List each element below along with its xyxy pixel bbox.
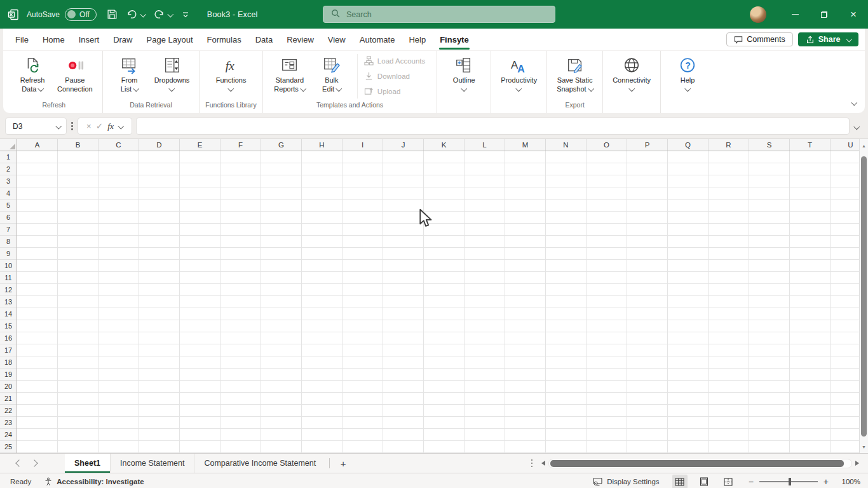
column-header-r[interactable]: R [709, 139, 749, 151]
column-header-d[interactable]: D [139, 139, 180, 151]
save-button[interactable] [107, 9, 118, 20]
column-header-c[interactable]: C [98, 139, 139, 151]
cancel-icon[interactable]: × [86, 121, 92, 131]
row-header-15[interactable]: 15 [0, 320, 17, 332]
column-header-g[interactable]: G [261, 139, 302, 151]
user-avatar[interactable] [750, 6, 766, 23]
tab-data[interactable]: Data [248, 29, 280, 50]
row-header-2[interactable]: 2 [0, 163, 17, 175]
tab-automate[interactable]: Automate [353, 29, 402, 50]
column-header-f[interactable]: F [220, 139, 261, 151]
scroll-left-icon[interactable] [541, 461, 545, 466]
row-header-18[interactable]: 18 [0, 356, 17, 369]
search-box[interactable]: Search [323, 6, 555, 23]
column-header-i[interactable]: I [342, 139, 383, 151]
scroll-down-icon[interactable]: ▼ [860, 442, 868, 452]
column-header-n[interactable]: N [546, 139, 587, 151]
tab-draw[interactable]: Draw [106, 29, 139, 50]
from-list-button[interactable]: FromList [109, 54, 150, 95]
next-sheet-icon[interactable] [31, 459, 37, 466]
save-static-snapshot-button[interactable]: Save StaticSnapshot [553, 54, 596, 95]
column-header-k[interactable]: K [424, 139, 465, 151]
column-header-s[interactable]: S [749, 139, 790, 151]
row-header-11[interactable]: 11 [0, 272, 17, 284]
redo-button[interactable] [154, 9, 173, 20]
row-header-1[interactable]: 1 [0, 151, 17, 163]
outline-button[interactable]: Outline [444, 54, 484, 95]
tab-insert[interactable]: Insert [72, 29, 107, 50]
page-break-view-button[interactable] [721, 475, 736, 488]
column-header-m[interactable]: M [505, 139, 546, 151]
tab-finsyte[interactable]: Finsyte [433, 29, 476, 50]
tab-review[interactable]: Review [280, 29, 321, 50]
sheet-tab-sheet1[interactable]: Sheet1 [65, 454, 110, 473]
minimize-button[interactable] [780, 0, 810, 29]
page-layout-view-button[interactable] [696, 475, 712, 488]
column-header-o[interactable]: O [587, 139, 627, 151]
formula-bar-expand-icon[interactable] [855, 121, 859, 132]
horizontal-scrollbar[interactable] [541, 459, 859, 468]
column-header-q[interactable]: Q [668, 139, 709, 151]
functions-button[interactable]: fxFunctions [211, 54, 252, 95]
comments-button[interactable]: Comments [726, 32, 792, 46]
row-header-20[interactable]: 20 [0, 381, 17, 393]
tab-page-layout[interactable]: Page Layout [140, 29, 200, 50]
load-accounts-button[interactable]: Load Accounts [364, 54, 425, 68]
normal-view-button[interactable] [672, 475, 688, 488]
row-header-25[interactable]: 25 [0, 441, 17, 453]
display-settings-button[interactable]: Display Settings [593, 477, 659, 486]
previous-sheet-icon[interactable] [15, 459, 22, 466]
bulk-edit-button[interactable]: BulkEdit [311, 54, 352, 95]
column-header-h[interactable]: H [302, 139, 342, 151]
restore-button[interactable] [810, 0, 839, 29]
vertical-scrollbar[interactable]: ▲ ▼ [859, 139, 868, 453]
horizontal-scrollbar-thumb[interactable] [550, 460, 844, 467]
row-header-23[interactable]: 23 [0, 417, 17, 429]
column-header-j[interactable]: J [383, 139, 424, 151]
row-header-24[interactable]: 24 [0, 429, 17, 441]
scroll-right-icon[interactable] [855, 461, 859, 466]
help-button[interactable]: ?Help [667, 54, 708, 95]
column-header-l[interactable]: L [465, 139, 505, 151]
new-sheet-button[interactable]: + [334, 454, 353, 473]
productivity-button[interactable]: AAProductivity [498, 54, 540, 95]
column-header-b[interactable]: B [58, 139, 98, 151]
customize-quick-access-button[interactable] [182, 11, 189, 18]
vertical-scrollbar-thumb[interactable] [861, 156, 867, 437]
row-header-8[interactable]: 8 [0, 236, 17, 248]
tab-formulas[interactable]: Formulas [200, 29, 248, 50]
column-header-a[interactable]: A [17, 139, 58, 151]
cells-area[interactable] [17, 151, 859, 453]
dropdowns-button[interactable]: Dropdowns [151, 54, 193, 95]
row-header-3[interactable]: 3 [0, 175, 17, 187]
row-header-12[interactable]: 12 [0, 284, 17, 296]
scroll-up-icon[interactable]: ▲ [860, 140, 868, 151]
standard-reports-button[interactable]: StandardReports [269, 54, 310, 95]
row-header-16[interactable]: 16 [0, 332, 17, 344]
sheet-tab-comparative-income-statement[interactable]: Comparative Income Statement [194, 454, 325, 473]
tab-home[interactable]: Home [36, 29, 72, 50]
zoom-slider-thumb[interactable] [789, 478, 791, 485]
zoom-level[interactable]: 100% [839, 478, 860, 485]
connectivity-button[interactable]: Connectivity [609, 54, 654, 95]
column-header-t[interactable]: T [790, 139, 831, 151]
close-button[interactable]: × [839, 0, 868, 29]
row-header-5[interactable]: 5 [0, 200, 17, 212]
row-header-22[interactable]: 22 [0, 405, 17, 417]
row-header-10[interactable]: 10 [0, 260, 17, 272]
row-header-19[interactable]: 19 [0, 369, 17, 381]
sheet-tab-income-statement[interactable]: Income Statement [110, 454, 194, 473]
row-header-14[interactable]: 14 [0, 308, 17, 320]
column-header-u[interactable]: U [831, 139, 859, 151]
collapse-ribbon-icon[interactable] [852, 97, 857, 108]
enter-icon[interactable]: ✓ [96, 121, 103, 131]
tab-help[interactable]: Help [402, 29, 433, 50]
row-header-7[interactable]: 7 [0, 224, 17, 236]
autosave-toggle[interactable]: AutoSave Off [27, 8, 97, 21]
zoom-in-button[interactable]: + [824, 477, 829, 486]
tab-view[interactable]: View [321, 29, 353, 50]
row-header-4[interactable]: 4 [0, 187, 17, 200]
insert-function-button[interactable]: fx [107, 121, 114, 132]
download-button[interactable]: Download [364, 69, 425, 83]
excel-app-icon[interactable] [6, 8, 20, 22]
